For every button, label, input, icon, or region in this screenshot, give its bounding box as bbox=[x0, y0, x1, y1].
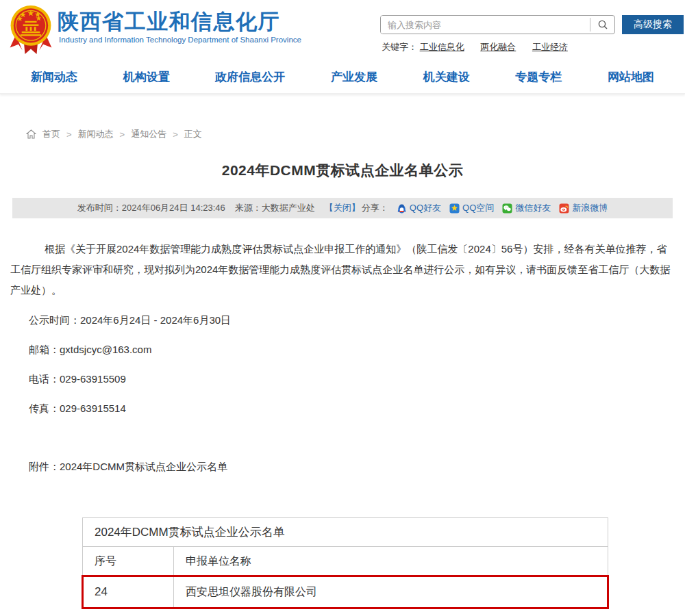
nav-item-gov-info[interactable]: 政府信息公开 bbox=[215, 69, 285, 85]
search-input[interactable] bbox=[381, 16, 590, 34]
breadcrumb-home[interactable]: 首页 bbox=[42, 128, 60, 140]
search-box bbox=[380, 15, 615, 34]
publish-time-value: 2024年06月24日 14:23:46 bbox=[122, 202, 225, 214]
breadcrumb-separator: > bbox=[173, 129, 178, 140]
nav-item-news[interactable]: 新闻动态 bbox=[31, 69, 77, 85]
home-icon bbox=[26, 129, 36, 139]
share-weibo[interactable]: 新浪微博 bbox=[559, 202, 608, 214]
share-wechat-label: 微信好友 bbox=[515, 202, 551, 214]
article-meta-bar: 发布时间： 2024年06月24日 14:23:46 来源： 大数据产业处 【关… bbox=[12, 198, 673, 218]
breadcrumb-current: 正文 bbox=[184, 128, 202, 140]
nav-item-special-topics[interactable]: 专题专栏 bbox=[515, 69, 562, 85]
nav-item-sitemap[interactable]: 网站地图 bbox=[608, 69, 654, 85]
row-number-cell: 24 bbox=[83, 576, 174, 608]
breadcrumb: 首页 > 新闻动态 > 通知公告 > 正文 bbox=[26, 128, 685, 140]
publish-time-label: 发布时间： bbox=[77, 202, 122, 214]
nav-item-industry-dev[interactable]: 产业发展 bbox=[331, 69, 377, 85]
table-header-company: 申报单位名称 bbox=[174, 547, 608, 576]
source-value: 大数据产业处 bbox=[262, 202, 315, 214]
table-header-row: 序号 申报单位名称 bbox=[83, 547, 608, 576]
qzone-icon bbox=[449, 203, 460, 214]
source-label: 来源： bbox=[235, 202, 262, 214]
phone-line: 电话：029-63915509 bbox=[29, 373, 685, 386]
share-qq-label: QQ好友 bbox=[410, 202, 441, 214]
advanced-search-button[interactable]: 高级搜索 bbox=[622, 15, 684, 34]
site-subtitle: Industry and Information Technology Depa… bbox=[59, 36, 301, 44]
publicity-period-line: 公示时间：2024年6月24日 - 2024年6月30日 bbox=[29, 314, 685, 327]
table-header-no: 序号 bbox=[83, 547, 174, 576]
keywords-label: 关键字： bbox=[382, 42, 417, 52]
share-wechat[interactable]: 微信好友 bbox=[502, 202, 551, 214]
qq-icon bbox=[397, 203, 407, 214]
attachment-line: 附件：2024年DCMM贯标试点企业公示名单 bbox=[29, 461, 685, 474]
nav-item-agency-building[interactable]: 机关建设 bbox=[423, 69, 470, 85]
keyword-link-industry-economy[interactable]: 工业经济 bbox=[532, 42, 568, 52]
site-title: 陕西省工业和信息化厅 bbox=[58, 8, 280, 36]
breadcrumb-news[interactable]: 新闻动态 bbox=[78, 128, 114, 140]
share-label: 分享： bbox=[362, 202, 388, 214]
breadcrumb-separator: > bbox=[66, 129, 72, 140]
keywords-row: 关键字： 工业信息化 两化融合 工业经济 bbox=[380, 41, 684, 53]
breadcrumb-notices[interactable]: 通知公告 bbox=[131, 128, 166, 140]
fax-line: 传真：029-63915514 bbox=[29, 402, 685, 415]
row-company-cell: 西安思坦仪器股份有限公司 bbox=[174, 576, 608, 608]
close-link[interactable]: 【关闭】 bbox=[325, 202, 360, 214]
article-paragraph: 根据《关于开展2024年数据管理能力成熟度评估贯标试点企业申报工作的通知》（陕工… bbox=[10, 239, 675, 300]
search-button[interactable] bbox=[590, 18, 614, 31]
table-row: 24 西安思坦仪器股份有限公司 bbox=[83, 576, 608, 608]
keyword-link-integration[interactable]: 两化融合 bbox=[480, 42, 516, 52]
main-nav: 新闻动态 机构设置 政府信息公开 产业发展 机关建设 专题专栏 网站地图 bbox=[0, 60, 685, 94]
nav-item-organization[interactable]: 机构设置 bbox=[123, 69, 170, 85]
share-weibo-label: 新浪微博 bbox=[572, 202, 608, 214]
weibo-icon bbox=[559, 203, 569, 214]
national-emblem-logo[interactable] bbox=[8, 5, 53, 55]
share-qq-friends[interactable]: QQ好友 bbox=[397, 202, 441, 214]
site-header: 陕西省工业和信息化厅 Industry and Information Tech… bbox=[0, 0, 685, 60]
table-caption: 2024年DCMM贯标试点企业公示名单 bbox=[83, 518, 608, 547]
share-qzone[interactable]: QQ空间 bbox=[449, 202, 494, 214]
email-line: 邮箱：gxtdsjcyc@163.com bbox=[29, 344, 685, 357]
breadcrumb-separator: > bbox=[120, 129, 125, 140]
search-icon bbox=[597, 19, 608, 30]
article-title: 2024年DCMM贯标试点企业名单公示 bbox=[0, 161, 685, 180]
wechat-icon bbox=[502, 203, 512, 214]
search-area: 高级搜索 关键字： 工业信息化 两化融合 工业经济 bbox=[380, 15, 684, 53]
keyword-link-industry-info[interactable]: 工业信息化 bbox=[420, 42, 464, 52]
company-list-table: 2024年DCMM贯标试点企业公示名单 序号 申报单位名称 24 西安思坦仪器股… bbox=[82, 517, 608, 608]
share-qzone-label: QQ空间 bbox=[462, 202, 494, 214]
